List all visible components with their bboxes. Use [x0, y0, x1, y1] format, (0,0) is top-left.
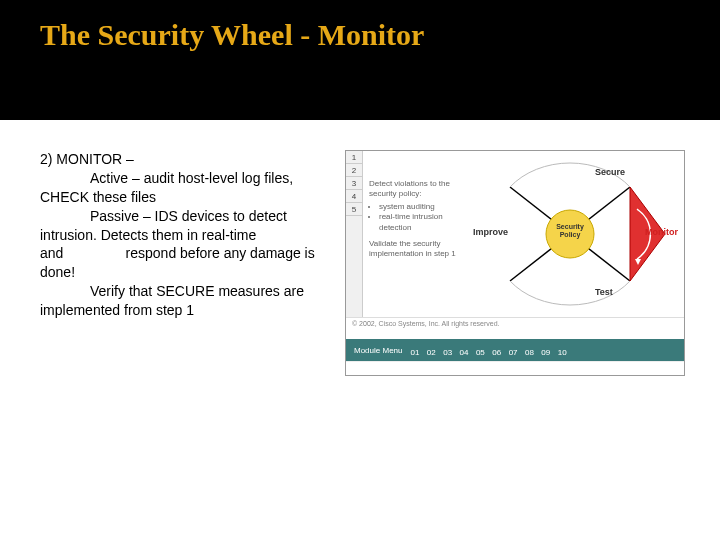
menu-item[interactable]: 01 [410, 348, 419, 357]
info-heading: Detect violations to the security policy… [369, 179, 469, 200]
info-bullet: system auditing [379, 202, 469, 212]
tab-2[interactable]: 2 [346, 164, 362, 177]
body-line-passive: Passive – IDS devices to detect intrusio… [40, 207, 330, 283]
module-menu-bar: Module Menu 01 02 03 04 05 06 07 08 09 1… [346, 339, 684, 361]
diagram-tabs: 1 2 3 4 5 [346, 151, 363, 317]
menu-item[interactable]: 09 [541, 348, 550, 357]
label-secure: Secure [595, 167, 625, 177]
label-center: Security Policy [552, 223, 588, 238]
diagram-info: Detect violations to the security policy… [369, 159, 469, 309]
info-bullet: real-time intrusion detection [379, 212, 469, 233]
diagram-top: 1 2 3 4 5 Detect violations to the secur… [346, 151, 684, 317]
menu-item[interactable]: 04 [460, 348, 469, 357]
label-test: Test [595, 287, 613, 297]
info-bullets: system auditing real-time intrusion dete… [369, 202, 469, 233]
label-monitor: Monitor [645, 227, 678, 237]
body-line-verify: Verify that SECURE measures are implemen… [40, 282, 330, 320]
menu-item[interactable]: 10 [558, 348, 567, 357]
menu-item[interactable]: 07 [509, 348, 518, 357]
diagram-frame: 1 2 3 4 5 Detect violations to the secur… [345, 150, 685, 376]
body-text: 2) MONITOR – Active – audit host-level l… [40, 150, 330, 376]
slide-title: The Security Wheel - Monitor [40, 18, 680, 52]
diagram-copyright: © 2002, Cisco Systems, Inc. All rights r… [346, 317, 684, 329]
label-improve: Improve [473, 227, 508, 237]
menu-item[interactable]: 02 [427, 348, 436, 357]
info-sub: Validate the security implementation in … [369, 239, 469, 260]
body-line-active: Active – audit host-level log files, CHE… [40, 169, 330, 207]
menu-item[interactable]: 06 [492, 348, 501, 357]
tab-3[interactable]: 3 [346, 177, 362, 190]
tab-5[interactable]: 5 [346, 203, 362, 216]
module-menu-label: Module Menu [354, 346, 402, 355]
tab-1[interactable]: 1 [346, 151, 362, 164]
menu-item[interactable]: 08 [525, 348, 534, 357]
diagram-column: 1 2 3 4 5 Detect violations to the secur… [345, 150, 685, 376]
tab-4[interactable]: 4 [346, 190, 362, 203]
slide-content: 2) MONITOR – Active – audit host-level l… [0, 120, 720, 376]
menu-item[interactable]: 05 [476, 348, 485, 357]
slide-header: The Security Wheel - Monitor [0, 0, 720, 120]
module-menu-items: 01 02 03 04 05 06 07 08 09 10 [410, 341, 569, 359]
menu-item[interactable]: 03 [443, 348, 452, 357]
body-heading: 2) MONITOR – [40, 150, 330, 169]
security-wheel: Secure Monitor Test Improve Security Pol… [475, 159, 675, 309]
diagram-body: Detect violations to the security policy… [363, 151, 684, 317]
